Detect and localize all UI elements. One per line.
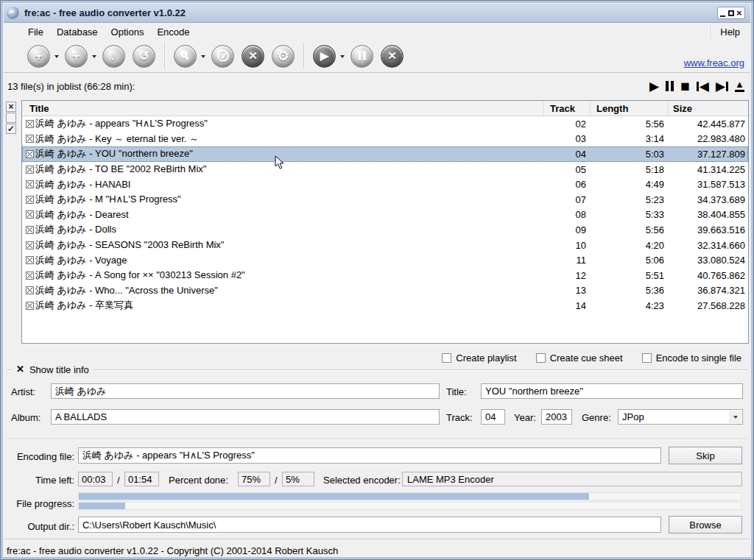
option-checkbox-item[interactable]: Encode to single file <box>642 352 741 364</box>
title-field[interactable]: YOU "northern breeze" <box>481 383 743 399</box>
menu-item[interactable]: Database <box>50 24 105 40</box>
statusbar-separator <box>4 539 750 539</box>
row-checkbox-icon[interactable] <box>26 166 34 174</box>
skip-button[interactable]: Skip <box>669 447 742 464</box>
joblist-row[interactable]: 浜崎 あゆみ - TO BE "2002 ReBirth Mix" 05 5:1… <box>22 162 748 177</box>
row-checkbox-icon[interactable] <box>26 135 34 143</box>
section-separator <box>7 439 747 439</box>
joblist-row[interactable]: 浜崎 あゆみ - HANABI 06 4:49 31.587.513 <box>22 177 748 192</box>
title-label: Title: <box>446 386 467 397</box>
start-encoding-icon[interactable]: ▶ <box>313 45 336 68</box>
pause-encoding-icon[interactable] <box>350 45 373 68</box>
maximize-icon[interactable] <box>728 10 734 16</box>
joblist-side-button[interactable]: ✓ <box>6 124 16 134</box>
file-progress-label: File progress: <box>7 498 74 509</box>
row-checkbox-icon[interactable] <box>26 150 34 158</box>
minimize-icon[interactable] <box>720 15 725 17</box>
artist-field[interactable]: 浜崎 あゆみ <box>51 383 440 399</box>
add-audio-cd-icon[interactable]: + <box>65 45 88 68</box>
joblist: Title Track Length Size 浜崎 あゆみ - appears… <box>21 100 749 344</box>
year-field[interactable]: 2003 <box>541 409 572 425</box>
add-audio-cd-dropdown-icon[interactable] <box>92 55 96 60</box>
column-header-title[interactable]: Title <box>22 101 543 116</box>
joblist-row[interactable]: 浜崎 あゆみ - A Song for ×× "030213 Session #… <box>22 268 748 283</box>
menu-item[interactable]: Options <box>105 24 151 40</box>
menu-item[interactable]: File <box>21 24 50 40</box>
column-header-length[interactable]: Length <box>590 101 668 116</box>
play-button[interactable]: ▶ <box>649 79 659 93</box>
collapse-icon[interactable]: ✕ <box>16 365 24 374</box>
row-checkbox-icon[interactable] <box>26 286 34 294</box>
next-button[interactable]: ▶ <box>716 79 728 93</box>
pause-button[interactable] <box>666 79 674 93</box>
freac-website-link[interactable]: www.freac.org <box>684 57 744 68</box>
cddb-query-dropdown-icon[interactable] <box>201 55 205 60</box>
column-header-track[interactable]: Track <box>543 101 590 116</box>
joblist-rows: 浜崎 あゆみ - appears "H∧L'S Progress" 02 5:5… <box>22 116 748 343</box>
titlebar[interactable]: fre:ac - free audio converter v1.0.22 × <box>4 4 750 23</box>
album-field[interactable]: A BALLADS <box>51 409 440 425</box>
window-controls: × <box>717 7 745 19</box>
joblist-row[interactable]: 浜崎 あゆみ - 卒業写真 14 4:23 27.568.228 <box>22 298 748 313</box>
chevron-down-icon[interactable] <box>729 411 741 423</box>
row-checkbox-icon[interactable] <box>26 226 34 234</box>
percent-total-value: 5% <box>282 472 314 486</box>
joblist-row[interactable]: 浜崎 あゆみ - Who... "Across the Universe" 13… <box>22 283 748 299</box>
start-encoding-dropdown-icon[interactable] <box>340 55 345 60</box>
close-icon[interactable]: × <box>736 7 742 18</box>
joblist-row[interactable]: 浜崎 あゆみ - Key ～ eternal tie ver. ～ 03 3:1… <box>22 132 748 147</box>
option-checkbox-item[interactable]: Create cue sheet <box>536 352 623 364</box>
stop-button[interactable]: ■ <box>680 79 690 93</box>
joblist-row[interactable]: 浜崎 あゆみ - Dolls 09 5:56 39.663.516 <box>22 222 748 238</box>
cddb-query-icon[interactable] <box>174 45 197 68</box>
general-settings-icon[interactable]: ⚙ <box>272 45 295 68</box>
joblist-row[interactable]: 浜崎 あゆみ - Dearest 08 5:33 38.404.855 <box>22 208 748 223</box>
remove-entry-icon[interactable]: ↺ <box>133 45 155 68</box>
browse-button[interactable]: Browse <box>669 516 742 534</box>
menu-item-help[interactable]: Help <box>711 24 749 40</box>
row-checkbox-icon[interactable] <box>26 302 34 310</box>
add-files-icon[interactable]: + <box>27 45 50 68</box>
joblist-row[interactable]: 浜崎 あゆみ - Voyage 11 5:06 33.080.524 <box>22 252 748 268</box>
menubar: FileDatabaseOptionsEncode Help <box>4 24 750 40</box>
joblist-side-button[interactable]: × <box>6 102 16 112</box>
toolbar: ++♪↺✕⚙▶✕ www.freac.org <box>4 40 750 73</box>
percent-done-label: Percent done: <box>169 475 228 486</box>
selected-encoder-value: LAME MP3 Encoder <box>402 472 742 486</box>
title-info-header: ✕ Show title info <box>7 364 747 375</box>
transport-controls: ▶■◀▶▲ <box>649 79 744 93</box>
row-checkbox-icon[interactable] <box>26 196 34 204</box>
joblist-side-button[interactable] <box>6 113 16 123</box>
row-checkbox-icon[interactable] <box>26 241 34 249</box>
toolbar-separator <box>303 43 304 69</box>
genre-select[interactable]: JPop <box>618 409 743 425</box>
option-checkbox-item[interactable]: Create playlist <box>442 352 516 364</box>
output-dir-field[interactable]: C:\Users\Robert Kausch\Music\ <box>78 517 661 533</box>
joblist-row[interactable]: 浜崎 あゆみ - YOU "northern breeze" 04 5:03 3… <box>22 146 748 162</box>
previous-button[interactable]: ◀ <box>697 79 709 93</box>
total-progress-bar <box>78 502 742 510</box>
year-label: Year: <box>514 412 536 423</box>
checkbox-icon[interactable] <box>536 353 546 363</box>
configure-settings-icon[interactable]: ✕ <box>242 45 264 68</box>
joblist-entry-icon[interactable]: ♪ <box>102 45 125 68</box>
joblist-row[interactable]: 浜崎 あゆみ - M "H∧L'S Progress" 07 5:23 34.3… <box>22 192 748 208</box>
eject-button[interactable]: ▲ <box>735 79 744 93</box>
row-checkbox-icon[interactable] <box>26 180 34 188</box>
checkbox-icon[interactable] <box>642 353 652 363</box>
row-checkbox-icon[interactable] <box>26 272 34 280</box>
joblist-row[interactable]: 浜崎 あゆみ - SEASONS "2003 ReBirth Mix" 10 4… <box>22 238 748 253</box>
row-checkbox-icon[interactable] <box>26 210 34 219</box>
track-field[interactable]: 04 <box>481 409 505 425</box>
row-checkbox-icon[interactable] <box>26 120 34 128</box>
stop-encoding-icon[interactable]: ✕ <box>381 45 404 68</box>
time-left-value: 00:03 <box>78 472 113 486</box>
encoding-file-field: 浜崎 あゆみ - appears "H∧L'S Progress" <box>78 447 661 464</box>
column-header-size[interactable]: Size <box>668 101 748 116</box>
cddb-submit-icon[interactable] <box>211 45 234 68</box>
joblist-row[interactable]: 浜崎 あゆみ - appears "H∧L'S Progress" 02 5:5… <box>22 116 748 132</box>
menu-item[interactable]: Encode <box>150 24 196 40</box>
add-files-dropdown-icon[interactable] <box>54 55 59 60</box>
checkbox-icon[interactable] <box>442 353 451 363</box>
row-checkbox-icon[interactable] <box>26 256 34 264</box>
